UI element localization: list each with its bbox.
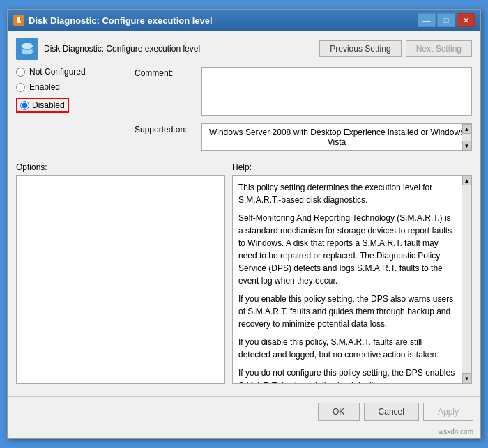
radio-disabled[interactable]: Disabled bbox=[16, 98, 128, 113]
comment-textarea[interactable] bbox=[201, 67, 472, 116]
window-title: Disk Diagnostic: Configure execution lev… bbox=[29, 15, 213, 26]
bottom-section: Options: Help: This policy setting deter… bbox=[16, 162, 472, 384]
help-box: This policy setting determines the execu… bbox=[232, 175, 472, 384]
main-window: Disk Diagnostic: Configure execution lev… bbox=[7, 9, 481, 439]
svg-rect-1 bbox=[17, 17, 20, 21]
header-row: Disk Diagnostic: Configure execution lev… bbox=[16, 38, 472, 60]
main-area: Not Configured Enabled Disabled bbox=[16, 67, 472, 157]
title-controls: — □ ✕ bbox=[418, 13, 475, 27]
radio-enabled-input[interactable] bbox=[16, 83, 25, 92]
title-bar-left: Disk Diagnostic: Configure execution lev… bbox=[13, 15, 213, 26]
maximize-button[interactable]: □ bbox=[437, 13, 455, 27]
help-text: This policy setting determines the execu… bbox=[238, 181, 466, 384]
radio-group: Not Configured Enabled Disabled bbox=[16, 67, 128, 113]
comment-label: Comment: bbox=[135, 67, 197, 78]
options-panel: Options: bbox=[16, 162, 225, 384]
cancel-button[interactable]: Cancel bbox=[364, 403, 419, 421]
content-area: Disk Diagnostic: Configure execution lev… bbox=[8, 31, 480, 396]
supported-text: Windows Server 2008 with Desktop Experie… bbox=[206, 128, 467, 147]
options-box bbox=[16, 175, 225, 384]
apply-button[interactable]: Apply bbox=[423, 403, 473, 421]
header-title: Disk Diagnostic: Configure execution lev… bbox=[44, 44, 200, 54]
help-scroll-up[interactable]: ▲ bbox=[462, 176, 471, 185]
radio-not-configured-label: Not Configured bbox=[29, 67, 86, 77]
radio-disabled-input[interactable] bbox=[20, 101, 29, 110]
supported-field-wrapper: Windows Server 2008 with Desktop Experie… bbox=[201, 123, 472, 151]
right-panel: Comment: Supported on: Windows Server 20… bbox=[135, 67, 472, 157]
next-setting-button[interactable]: Next Setting bbox=[406, 40, 472, 57]
comment-row: Comment: bbox=[135, 67, 472, 118]
svg-rect-2 bbox=[17, 21, 21, 22]
radio-not-configured[interactable]: Not Configured bbox=[16, 67, 128, 77]
footer-bar: OK Cancel Apply bbox=[8, 396, 480, 426]
radio-not-configured-input[interactable] bbox=[16, 68, 25, 77]
help-label: Help: bbox=[232, 162, 472, 172]
title-bar: Disk Diagnostic: Configure execution lev… bbox=[8, 10, 480, 31]
supported-row: Supported on: Windows Server 2008 with D… bbox=[135, 123, 472, 151]
ok-button[interactable]: OK bbox=[318, 403, 360, 421]
radio-disabled-label: Disabled bbox=[32, 100, 65, 110]
left-panel: Not Configured Enabled Disabled bbox=[16, 67, 128, 157]
help-scrollbar: ▲ ▼ bbox=[462, 176, 471, 383]
header-icon bbox=[16, 38, 38, 60]
supported-box: Windows Server 2008 with Desktop Experie… bbox=[201, 123, 472, 151]
watermark: wsxdn.com bbox=[8, 426, 480, 438]
options-label: Options: bbox=[16, 162, 225, 172]
minimize-button[interactable]: — bbox=[418, 13, 436, 27]
scroll-down-arrow[interactable]: ▼ bbox=[462, 141, 471, 150]
comment-field-wrapper bbox=[201, 67, 472, 118]
help-scroll-down[interactable]: ▼ bbox=[462, 373, 471, 383]
help-panel: Help: This policy setting determines the… bbox=[232, 162, 472, 384]
radio-enabled[interactable]: Enabled bbox=[16, 82, 128, 92]
close-button[interactable]: ✕ bbox=[457, 13, 475, 27]
supported-label: Supported on: bbox=[135, 123, 197, 134]
header-buttons: Previous Setting Next Setting bbox=[319, 40, 472, 57]
previous-setting-button[interactable]: Previous Setting bbox=[319, 40, 401, 57]
scroll-up-arrow[interactable]: ▲ bbox=[462, 124, 471, 134]
supported-scrollbar: ▲ ▼ bbox=[462, 124, 471, 150]
window-icon bbox=[13, 15, 24, 26]
svg-rect-3 bbox=[17, 22, 21, 23]
svg-point-6 bbox=[21, 43, 33, 49]
header-left: Disk Diagnostic: Configure execution lev… bbox=[16, 38, 200, 60]
radio-enabled-label: Enabled bbox=[29, 82, 60, 92]
